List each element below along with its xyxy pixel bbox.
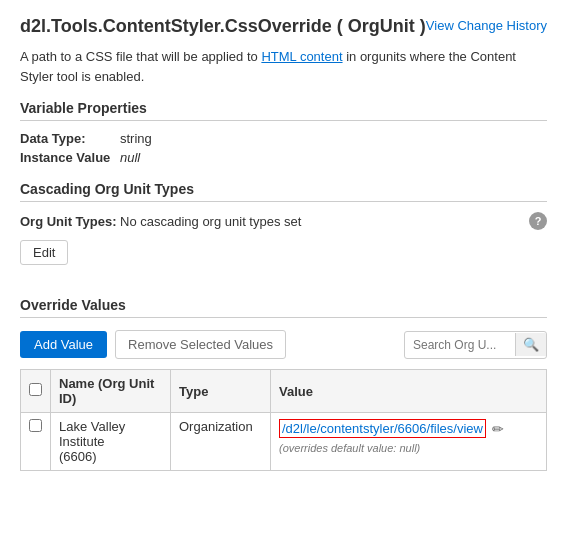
row-checkbox-cell <box>21 413 51 471</box>
instance-value-value: null <box>120 150 140 165</box>
data-type-row: Data Type: string <box>20 131 547 146</box>
data-type-value: string <box>120 131 152 146</box>
remove-selected-values-button[interactable]: Remove Selected Values <box>115 330 286 359</box>
data-type-label: Data Type: <box>20 131 120 146</box>
org-unit-types-row: Org Unit Types: No cascading org unit ty… <box>20 212 547 230</box>
override-note: (overrides default value: null) <box>279 442 486 454</box>
instance-value-label: Instance Value <box>20 150 120 165</box>
row-value-link[interactable]: /d2l/le/contentstyler/6606/files/view <box>279 419 486 438</box>
variable-properties-section: Variable Properties Data Type: string In… <box>20 100 547 165</box>
override-values-section: Override Values Add Value Remove Selecte… <box>20 297 547 471</box>
row-name: Lake Valley Institute (6606) <box>51 413 171 471</box>
cascading-title: Cascading Org Unit Types <box>20 181 547 202</box>
select-all-checkbox[interactable] <box>29 383 42 396</box>
table-header-row: Name (Org Unit ID) Type Value <box>21 370 547 413</box>
description-html-link: HTML content <box>261 49 342 64</box>
table-header-checkbox <box>21 370 51 413</box>
toolbar: Add Value Remove Selected Values 🔍 <box>20 330 547 359</box>
table-header-name: Name (Org Unit ID) <box>51 370 171 413</box>
toolbar-left: Add Value Remove Selected Values <box>20 330 286 359</box>
instance-value-row: Instance Value null <box>20 150 547 165</box>
row-value-cell: /d2l/le/contentstyler/6606/files/view (o… <box>271 413 547 471</box>
add-value-button[interactable]: Add Value <box>20 331 107 358</box>
help-icon[interactable]: ? <box>529 212 547 230</box>
override-values-title: Override Values <box>20 297 547 318</box>
override-values-table: Name (Org Unit ID) Type Value Lake Valle… <box>20 369 547 471</box>
value-cell-content: /d2l/le/contentstyler/6606/files/view (o… <box>279 419 538 454</box>
org-unit-types-value: No cascading org unit types set <box>120 214 521 229</box>
cascading-section: Cascading Org Unit Types Org Unit Types:… <box>20 181 547 281</box>
row-checkbox[interactable] <box>29 419 42 432</box>
table-header-value: Value <box>271 370 547 413</box>
table-row: Lake Valley Institute (6606) Organizatio… <box>21 413 547 471</box>
description-text-before: A path to a CSS file that will be applie… <box>20 49 261 64</box>
page-description: A path to a CSS file that will be applie… <box>20 47 547 86</box>
page-title: d2l.Tools.ContentStyler.CssOverride ( Or… <box>20 16 426 37</box>
search-box: 🔍 <box>404 331 547 359</box>
variable-properties-title: Variable Properties <box>20 100 547 121</box>
search-input[interactable] <box>405 334 515 356</box>
row-type: Organization <box>171 413 271 471</box>
org-unit-types-label: Org Unit Types: <box>20 214 120 229</box>
search-button[interactable]: 🔍 <box>515 333 546 356</box>
table-header-type: Type <box>171 370 271 413</box>
pencil-icon[interactable]: ✏ <box>492 421 504 437</box>
view-change-history-link[interactable]: View Change History <box>426 18 547 33</box>
edit-button[interactable]: Edit <box>20 240 68 265</box>
